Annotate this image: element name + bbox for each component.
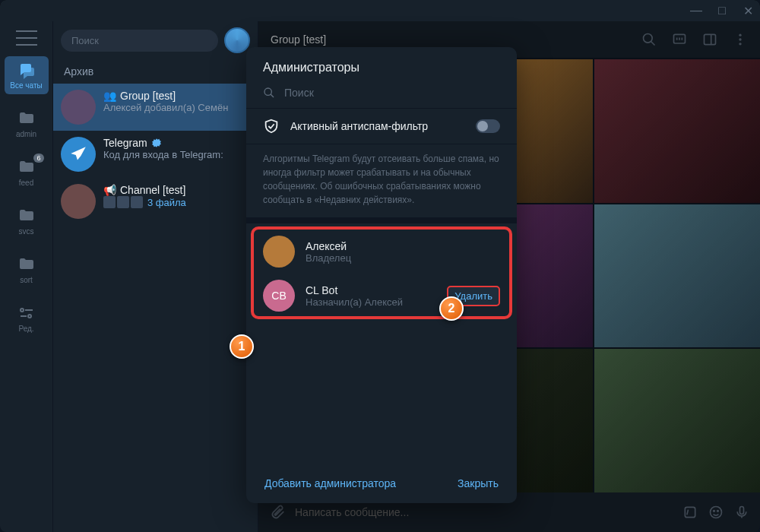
rail-label: feed	[19, 179, 33, 187]
admin-name: Алексей	[306, 240, 351, 252]
antispam-label: Активный антиспам-фильтр	[290, 120, 428, 132]
avatar	[61, 137, 96, 172]
svg-line-22	[271, 94, 274, 97]
menu-icon[interactable]	[16, 30, 37, 46]
attachment-thumbs	[103, 196, 143, 208]
add-admin-button[interactable]: Добавить администратора	[264, 477, 396, 489]
rail-edit[interactable]: Ред.	[5, 299, 49, 337]
chat-title: Group [test]	[120, 90, 176, 102]
admin-item-bot[interactable]: CB CL Bot Назначил(а) Алексей Удалить	[246, 274, 517, 318]
avatar	[61, 184, 96, 219]
folder-icon	[17, 207, 36, 225]
admin-role: Назначил(а) Алексей	[306, 296, 403, 308]
rail-label: Ред.	[18, 325, 33, 333]
search-input[interactable]: Поиск	[61, 30, 218, 52]
search-icon	[263, 87, 275, 99]
svg-point-2	[28, 315, 31, 318]
archive-label: Архив	[64, 65, 93, 78]
admin-name: CL Bot	[306, 284, 403, 296]
rail-label: svcs	[19, 227, 34, 236]
admin-list: Алексей Владелец CB CL Bot Назначил(а) А…	[246, 223, 517, 324]
archive-row[interactable]: Архив	[53, 59, 258, 84]
annotation-callout-1: 1	[230, 334, 254, 359]
maximize-button[interactable]: □	[716, 5, 728, 17]
chat-title: Telegram	[103, 137, 147, 149]
avatar	[61, 90, 96, 125]
rail-folder-feed[interactable]: 6 feed	[5, 154, 49, 192]
rail-folder-svcs[interactable]: svcs	[5, 202, 49, 240]
rail-all-chats[interactable]: Все чаты	[5, 56, 49, 94]
rail-label: sort	[20, 276, 33, 284]
group-icon: 👥	[103, 90, 116, 102]
modal-search[interactable]: Поиск	[246, 82, 517, 108]
side-rail: Все чаты admin 6 feed svcs sort Ред.	[0, 21, 53, 532]
close-window-button[interactable]: ✕	[742, 5, 754, 17]
badge: 6	[33, 154, 43, 163]
toggle-switch[interactable]	[476, 119, 500, 133]
avatar: CB	[263, 280, 295, 312]
chat-item-channel[interactable]: 📢Channel [test] 3 файла	[53, 178, 258, 225]
chat-subtitle: Алексей добавил(а) Семён	[103, 102, 250, 113]
chat-list: Поиск Архив 👥Group [test] Алексей добави…	[53, 21, 258, 532]
rail-folder-sort[interactable]: sort	[5, 251, 49, 289]
folder-icon	[17, 158, 36, 176]
antispam-toggle-row[interactable]: Активный антиспам-фильтр	[246, 108, 517, 144]
svg-point-0	[21, 309, 24, 312]
administrators-modal: Администраторы Поиск Активный антиспам-ф…	[246, 47, 517, 503]
avatar	[263, 236, 295, 268]
antispam-description: Алгоритмы Telegram будут отсеивать больш…	[246, 144, 517, 223]
chat-item-telegram[interactable]: Telegram Код для входа в Telegram:	[53, 131, 258, 178]
minimize-button[interactable]: —	[690, 5, 702, 17]
chat-subtitle: 3 файла	[147, 197, 186, 208]
rail-label: Все чаты	[10, 81, 42, 90]
close-modal-button[interactable]: Закрыть	[458, 477, 499, 489]
svg-point-21	[264, 88, 271, 95]
chat-item-group[interactable]: 👥Group [test] Алексей добавил(а) Семён	[53, 84, 258, 131]
annotation-callout-2: 2	[439, 296, 464, 321]
admin-item-owner[interactable]: Алексей Владелец	[246, 230, 517, 274]
chat-subtitle: Код для входа в Telegram:	[103, 149, 250, 160]
shield-icon	[263, 118, 280, 135]
titlebar: — □ ✕	[0, 0, 760, 21]
modal-search-placeholder: Поиск	[284, 87, 314, 99]
settings-icon	[17, 304, 36, 322]
folder-icon	[17, 109, 36, 128]
verified-icon	[151, 138, 162, 148]
admin-role: Владелец	[306, 252, 351, 264]
folder-icon	[17, 255, 36, 274]
rail-label: admin	[16, 130, 36, 138]
modal-title: Администраторы	[246, 47, 517, 82]
rail-folder-admin[interactable]: admin	[5, 105, 49, 143]
chat-title: Channel [test]	[120, 184, 185, 196]
search-placeholder: Поиск	[71, 35, 99, 46]
channel-icon: 📢	[103, 184, 116, 196]
chats-icon	[17, 61, 36, 79]
